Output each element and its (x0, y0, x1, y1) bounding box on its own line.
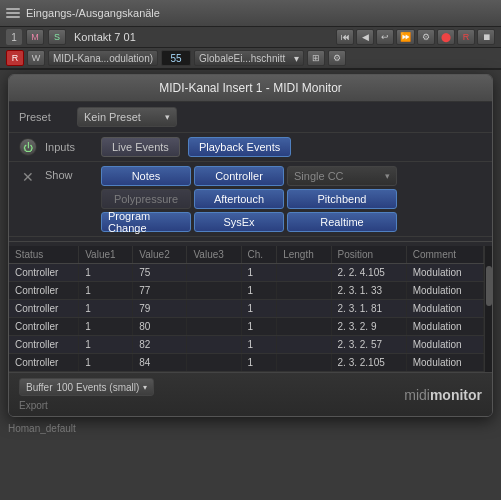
show-notes[interactable]: Notes (101, 166, 191, 186)
show-single-cc[interactable]: Single CC ▾ (287, 166, 397, 186)
inputs-label: Inputs (45, 141, 93, 153)
preset-row: Preset Kein Preset ▾ (9, 102, 492, 133)
show-sysex[interactable]: SysEx (194, 212, 284, 232)
show-realtime[interactable]: Realtime (287, 212, 397, 232)
sidebar-icon (6, 4, 20, 22)
table-row: Controller17912. 3. 1. 81Modulation (9, 300, 484, 318)
btn-extra2[interactable]: ⚙ (328, 50, 346, 66)
logo-light-text: midi (404, 387, 430, 403)
table-cell: 84 (133, 354, 187, 372)
table-cell: 79 (133, 300, 187, 318)
export-label[interactable]: Export (19, 400, 48, 411)
preset-chevron-icon: ▾ (165, 112, 170, 122)
global-select[interactable]: GlobaleEi...hschnitt ▾ (194, 50, 304, 66)
table-cell (187, 354, 241, 372)
btn-record-dot[interactable]: ⬤ (437, 29, 455, 45)
channel-display[interactable]: MIDI-Kana...odulation) (48, 50, 158, 66)
table-cell (187, 336, 241, 354)
inputs-row: ⏻ Inputs Live Events Playback Events (9, 133, 492, 162)
btn-record-r[interactable]: R (457, 29, 475, 45)
table-cell: 1 (79, 282, 133, 300)
table-cell: 82 (133, 336, 187, 354)
table-cell: 2. 3. 1. 81 (331, 300, 406, 318)
btn-extra1[interactable]: ⊞ (307, 50, 325, 66)
buffer-select[interactable]: Buffer 100 Events (small) ▾ (19, 378, 154, 396)
table-cell (187, 282, 241, 300)
btn-stop[interactable]: ⏹ (477, 29, 495, 45)
transport-group: ⏮ ◀ ↩ ⏩ ⚙ ⬤ R ⏹ (336, 29, 495, 45)
table-row: Controller17512. 2. 4.105Modulation (9, 264, 484, 282)
show-pitchbend[interactable]: Pitchbend (287, 189, 397, 209)
show-label: Show (45, 169, 93, 181)
btn-forward[interactable]: ⏩ (396, 29, 415, 45)
buffer-value: 100 Events (small) (57, 382, 140, 393)
table-cell (187, 318, 241, 336)
btn-settings[interactable]: ⚙ (417, 29, 435, 45)
table-cell: 1 (241, 264, 277, 282)
midi-event-table: Status Value1 Value2 Value3 Ch. Length P… (9, 246, 484, 372)
table-cell (277, 282, 331, 300)
col-header-value1: Value1 (79, 246, 133, 264)
btn-rewind[interactable]: ⏮ (336, 29, 354, 45)
table-cell: Modulation (406, 354, 483, 372)
midi-monitor-window: MIDI-Kanal Insert 1 - MIDI Monitor Prese… (8, 74, 493, 417)
table-cell (277, 336, 331, 354)
buffer-chevron-icon: ▾ (143, 383, 147, 392)
track-row-1: 1 M S Kontakt 7 01 ⏮ ◀ ↩ ⏩ ⚙ ⬤ R ⏹ (0, 27, 501, 48)
table-cell (277, 300, 331, 318)
btn-s[interactable]: S (48, 29, 66, 45)
table-cell: Modulation (406, 318, 483, 336)
col-header-position: Position (331, 246, 406, 264)
btn-back[interactable]: ◀ (356, 29, 374, 45)
col-header-value3: Value3 (187, 246, 241, 264)
table-area: Status Value1 Value2 Value3 Ch. Length P… (9, 246, 492, 372)
logo-bold-text: monitor (430, 387, 482, 403)
scrollbar-thumb[interactable] (486, 266, 492, 306)
btn-m[interactable]: M (26, 29, 44, 45)
preset-value: Kein Preset (84, 111, 141, 123)
table-cell: 2. 3. 1. 33 (331, 282, 406, 300)
table-cell (187, 264, 241, 282)
track-number: 1 (6, 29, 22, 45)
power-button[interactable]: ⏻ (19, 138, 37, 156)
x-close-icon[interactable]: ✕ (19, 168, 37, 186)
profile-name: Homan_default (8, 423, 76, 434)
table-cell: 1 (241, 354, 277, 372)
eingangs-title: Eingangs-/Ausgangskanäle (26, 7, 160, 19)
divider (9, 241, 492, 242)
table-cell: Modulation (406, 300, 483, 318)
table-cell: 1 (79, 336, 133, 354)
col-header-value2: Value2 (133, 246, 187, 264)
btn-return[interactable]: ↩ (376, 29, 394, 45)
table-cell: 75 (133, 264, 187, 282)
table-cell (277, 354, 331, 372)
midi-body: Preset Kein Preset ▾ ⏻ Inputs Live Event… (9, 102, 492, 416)
playback-events-button[interactable]: Playback Events (188, 137, 291, 157)
table-cell: Controller (9, 354, 79, 372)
table-row: Controller18012. 3. 2. 9Modulation (9, 318, 484, 336)
table-cell: Modulation (406, 264, 483, 282)
btn-rec-r[interactable]: R (6, 50, 24, 66)
app-footer: Homan_default (0, 421, 501, 436)
preset-select[interactable]: Kein Preset ▾ (77, 107, 177, 127)
btn-write-w[interactable]: W (27, 50, 45, 66)
table-row: Controller18212. 3. 2. 57Modulation (9, 336, 484, 354)
single-cc-chevron-icon: ▾ (385, 171, 390, 181)
midi-window-title: MIDI-Kanal Insert 1 - MIDI Monitor (159, 81, 342, 95)
table-cell: 77 (133, 282, 187, 300)
col-header-ch: Ch. (241, 246, 277, 264)
midi-titlebar: MIDI-Kanal Insert 1 - MIDI Monitor (9, 75, 492, 102)
preset-label: Preset (19, 111, 69, 123)
table-cell: Controller (9, 336, 79, 354)
table-cell: 1 (241, 300, 277, 318)
show-polypressure[interactable]: Polypressure (101, 189, 191, 209)
scrollbar[interactable] (484, 246, 492, 372)
show-controller[interactable]: Controller (194, 166, 284, 186)
table-cell: 2. 3. 2. 9 (331, 318, 406, 336)
col-header-status: Status (9, 246, 79, 264)
table-cell: 1 (79, 354, 133, 372)
live-events-button[interactable]: Live Events (101, 137, 180, 157)
midimonitor-logo: midimonitor (404, 387, 482, 403)
show-program-change[interactable]: Program Change (101, 212, 191, 232)
show-aftertouch[interactable]: Aftertouch (194, 189, 284, 209)
